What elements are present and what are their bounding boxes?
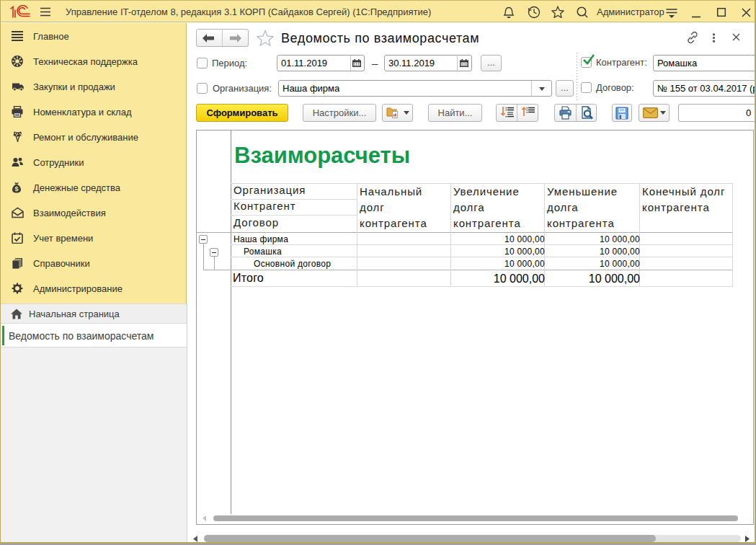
svg-text:$: $ <box>14 185 18 192</box>
